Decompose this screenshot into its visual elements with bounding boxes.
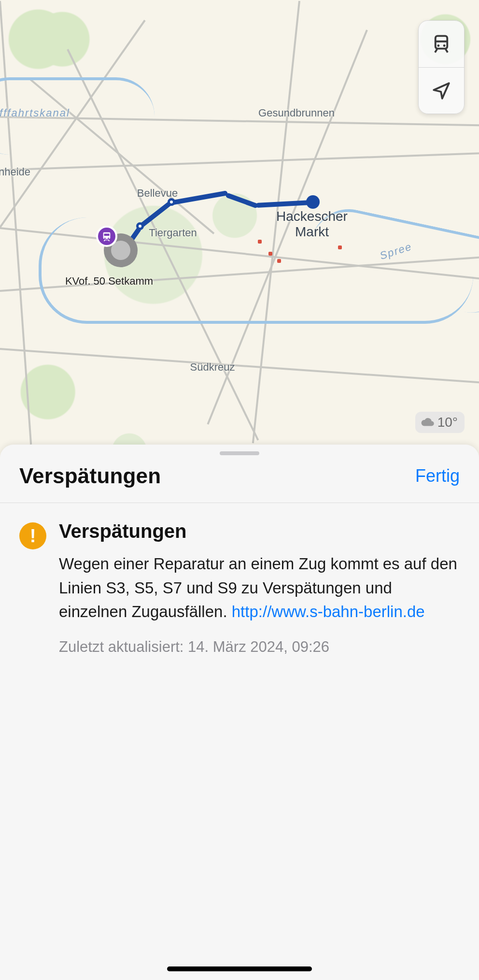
svg-point-3 [443,44,446,47]
delay-alert: ! Verspätungen Wegen einer Reparatur an … [0,503,479,656]
route-segment [170,190,228,205]
map-label-sudkreuz: Südkreuz [190,361,235,374]
svg-point-2 [437,44,439,47]
map-poi-dot [258,240,262,244]
map-label-bellevue: Bellevue [137,187,178,200]
cloud-icon [420,415,435,430]
route-origin-pin[interactable] [104,233,138,267]
road [0,1,32,445]
road [0,152,479,171]
map-poi-dot [268,252,272,256]
alert-body: Wegen einer Reparatur an einem Zug kommt… [59,552,460,624]
alert-title: Verspätungen [59,520,460,542]
svg-line-4 [435,49,437,53]
weather-pill[interactable]: 10° [415,412,465,433]
sheet-title: Verspätungen [19,464,161,488]
done-button[interactable]: Fertig [415,466,460,486]
sheet-header: Verspätungen Fertig [0,460,479,503]
map-poi-dot [277,259,281,263]
map-label-kanal: fffahrtskanal [0,107,70,119]
alert-link[interactable]: http://www.s-bahn-berlin.de [232,603,425,620]
map-label-hackescher2: Markt [295,224,329,240]
transit-mode-button[interactable] [419,21,464,67]
route-stop-tiergarten [136,222,144,230]
map-label-hackescher1: Hackescher [276,209,348,224]
weather-temp: 10° [437,415,458,430]
map-label-tiergarten: Tiergarten [149,227,197,239]
map-label-gesundbrunnen: Gesundbrunnen [258,107,335,119]
transit-icon [96,226,117,247]
alert-updated: Zuletzt aktualisiert: 14. März 2024, 09:… [59,638,460,656]
alerts-sheet[interactable]: Verspätungen Fertig ! Verspätungen Wegen… [0,445,479,980]
map-label-heide: nheide [0,166,30,178]
map-controls [418,20,465,114]
sheet-grabber[interactable] [220,451,259,455]
route-segment [225,192,258,208]
origin-caption: KVof. 50 Setkamm [65,275,153,288]
warning-icon: ! [19,522,46,549]
map-poi-dot [338,245,342,249]
route-destination [306,195,320,209]
road [0,348,479,384]
svg-line-5 [446,49,448,53]
route-segment [256,200,314,208]
home-indicator[interactable] [167,966,312,971]
locate-me-button[interactable] [419,67,464,114]
